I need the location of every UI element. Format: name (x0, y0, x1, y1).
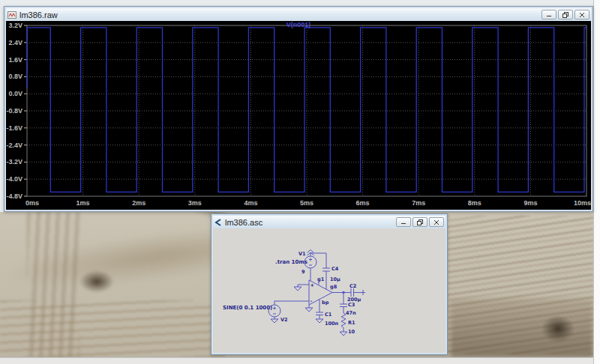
x-tick-label: 7ms (412, 199, 425, 207)
waveform-doc-icon (8, 11, 16, 19)
wallpaper-texture (80, 270, 114, 293)
minimize-button[interactable] (542, 10, 556, 19)
y-tick-label: -4.0V (6, 175, 22, 183)
r1-value[interactable]: 10 (348, 329, 356, 335)
x-tick-label: 1ms (76, 199, 90, 207)
c1-label[interactable]: C1 (325, 312, 332, 318)
g1-pin-label: g1 (317, 276, 325, 282)
x-tick-label: 8ms (468, 199, 482, 207)
ltspice-logo-icon (214, 219, 222, 226)
schematic-window: lm386.asc + - (211, 213, 448, 355)
c4-capacitor-symbol[interactable] (322, 268, 330, 271)
restore-button[interactable] (412, 217, 428, 227)
close-icon (434, 219, 440, 225)
c1-capacitor-symbol[interactable] (316, 312, 323, 315)
y-tick-label: 2.4V (8, 39, 22, 46)
c2-label[interactable]: C2 (350, 283, 356, 289)
c3-capacitor-symbol[interactable] (340, 304, 347, 307)
v1-label[interactable]: V1 (298, 251, 306, 257)
x-tick-label: 3ms (188, 199, 202, 207)
sine-source-spec[interactable]: SINE(0 0.1 1000) (223, 305, 272, 311)
opamp-minus-input: - (310, 298, 313, 304)
v1-value[interactable]: 9 (302, 269, 305, 275)
minimize-button[interactable] (396, 217, 411, 227)
close-button[interactable] (574, 10, 590, 19)
trace-label[interactable]: V(n001) (6, 21, 591, 28)
y-tick-label: -4.8V (6, 192, 22, 200)
c4-label[interactable]: C4 (332, 266, 339, 272)
restore-button[interactable] (558, 10, 573, 19)
wallpaper-texture (542, 315, 574, 342)
close-icon (579, 12, 585, 18)
waveform-titlebar[interactable]: lm386.raw (6, 8, 591, 21)
schematic-window-title: lm386.asc (225, 218, 262, 227)
v2-label[interactable]: V2 (280, 317, 288, 323)
x-tick-label: 2ms (132, 199, 146, 207)
y-tick-label: 0.0V (8, 90, 22, 97)
bp-pin-label: bp (322, 300, 329, 306)
tran-directive[interactable]: .tran 10ms (275, 259, 308, 265)
c2-capacitor-symbol[interactable] (351, 288, 354, 297)
c1-value[interactable]: 100n (325, 321, 339, 327)
x-tick-label: 9ms (524, 199, 537, 207)
c3-value[interactable]: 47n (346, 310, 356, 316)
c4-value[interactable]: 10µ (330, 276, 340, 282)
background-window-right-edge (593, 0, 600, 364)
minimize-icon (400, 219, 406, 225)
r1-label[interactable]: R1 (348, 320, 356, 326)
restore-icon (417, 219, 424, 225)
close-button[interactable] (429, 217, 444, 227)
x-tick-label: 10ms (574, 199, 591, 207)
wallpaper-texture (0, 300, 225, 357)
g8-pin-label: g8 (330, 284, 338, 290)
schematic-canvas[interactable]: + - .tran 10ms SINE(0 0 (213, 228, 446, 353)
y-tick-label: -0.8V (6, 107, 22, 115)
v2-polarity-marks (273, 307, 276, 315)
x-tick-label: 4ms (244, 199, 257, 207)
waveform-plot: 3.2V2.4V1.6V0.8V0.0V-0.8V-1.6V-2.4V-3.2V… (6, 21, 591, 210)
minimize-icon (546, 12, 552, 17)
waveform-window-title: lm386.raw (20, 10, 58, 19)
x-tick-label: 0ms (26, 199, 39, 207)
y-tick-label: 0.8V (8, 73, 22, 80)
waveform-window: lm386.raw V(n001) 3.2V2.4V1.6V0.8V0.0V-0… (4, 6, 593, 212)
wire-junction (342, 291, 345, 294)
v1-polarity-marks (309, 258, 312, 266)
c3-label[interactable]: C3 (348, 302, 355, 308)
schematic-titlebar[interactable]: lm386.asc (213, 216, 446, 228)
restore-icon (562, 12, 569, 18)
opamp-plus-input: + (310, 282, 314, 288)
waveform-plot-area[interactable]: V(n001) 3.2V2.4V1.6V0.8V0.0V-0.8V-1.6V-2… (6, 21, 591, 210)
y-tick-label: -3.2V (6, 158, 22, 166)
y-tick-label: 1.6V (8, 56, 22, 64)
x-tick-label: 6ms (356, 199, 370, 207)
y-tick-label: -1.6V (6, 124, 22, 132)
background-window-bottom-edge (0, 357, 593, 364)
y-tick-label: -2.4V (6, 142, 22, 149)
schematic-drawing: + - .tran 10ms SINE(0 0 (213, 228, 446, 353)
x-tick-label: 5ms (300, 199, 314, 207)
